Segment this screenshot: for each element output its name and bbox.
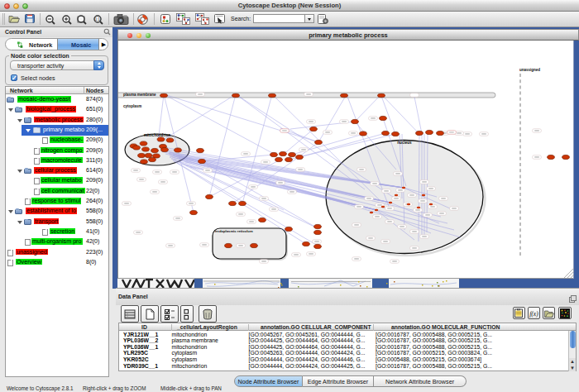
svg-text:f(x): f(x) — [529, 310, 538, 318]
svg-text:endoplasmic reticulum: endoplasmic reticulum — [215, 229, 253, 233]
svg-text:mitochondrion: mitochondrion — [144, 133, 170, 137]
svg-text:1:1: 1:1 — [95, 17, 101, 22]
svg-text:plasma membrane: plasma membrane — [123, 93, 156, 97]
svg-text:cytoplasm: cytoplasm — [123, 104, 141, 108]
svg-text:unassigned: unassigned — [519, 68, 540, 72]
svg-text:nucleus: nucleus — [397, 141, 412, 145]
